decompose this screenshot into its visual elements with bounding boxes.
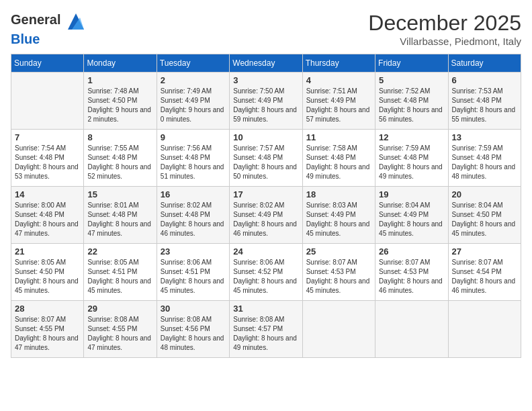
week-row-3: 14Sunrise: 8:00 AMSunset: 4:48 PMDayligh… [11,187,521,244]
day-number: 26 [379,246,444,257]
calendar-cell: 2Sunrise: 7:49 AMSunset: 4:49 PMDaylight… [157,73,229,130]
day-info: Sunrise: 7:58 AMSunset: 4:48 PMDaylight:… [306,144,371,181]
day-number: 13 [452,132,517,142]
calendar-cell: 26Sunrise: 8:07 AMSunset: 4:53 PMDayligh… [375,244,448,301]
calendar-cell: 4Sunrise: 7:51 AMSunset: 4:49 PMDaylight… [302,73,375,130]
calendar-cell: 12Sunrise: 7:59 AMSunset: 4:48 PMDayligh… [375,130,448,187]
day-info: Sunrise: 7:51 AMSunset: 4:49 PMDaylight:… [306,87,371,124]
day-number: 19 [379,189,444,199]
day-info: Sunrise: 7:49 AMSunset: 4:49 PMDaylight:… [161,87,226,124]
calendar-cell: 10Sunrise: 7:57 AMSunset: 4:48 PMDayligh… [230,130,302,187]
day-number: 28 [15,304,80,314]
day-info: Sunrise: 8:02 AMSunset: 4:48 PMDaylight:… [161,201,226,238]
day-number: 5 [379,75,444,85]
calendar-cell: 25Sunrise: 8:07 AMSunset: 4:53 PMDayligh… [302,244,375,301]
calendar-cell: 28Sunrise: 8:07 AMSunset: 4:55 PMDayligh… [11,301,84,358]
day-info: Sunrise: 7:57 AMSunset: 4:48 PMDaylight:… [233,144,298,181]
calendar-cell: 14Sunrise: 8:00 AMSunset: 4:48 PMDayligh… [11,187,84,244]
header: General Blue December 2025 Villarbasse, … [11,11,521,47]
day-number: 14 [15,189,80,199]
day-info: Sunrise: 8:06 AMSunset: 4:51 PMDaylight:… [161,258,226,295]
day-number: 27 [452,246,517,257]
day-info: Sunrise: 8:05 AMSunset: 4:50 PMDaylight:… [15,258,80,295]
day-info: Sunrise: 8:03 AMSunset: 4:49 PMDaylight:… [306,201,371,238]
day-info: Sunrise: 8:01 AMSunset: 4:48 PMDaylight:… [87,201,152,238]
calendar-cell: 5Sunrise: 7:52 AMSunset: 4:48 PMDaylight… [375,73,448,130]
day-info: Sunrise: 8:07 AMSunset: 4:54 PMDaylight:… [452,258,517,295]
day-number: 3 [233,75,298,85]
calendar-cell: 22Sunrise: 8:05 AMSunset: 4:51 PMDayligh… [84,244,157,301]
col-header-sunday: Sunday [11,54,84,73]
title-area: December 2025 Villarbasse, Piedmont, Ita… [368,11,521,47]
day-info: Sunrise: 7:52 AMSunset: 4:48 PMDaylight:… [379,87,444,124]
calendar-cell: 17Sunrise: 8:02 AMSunset: 4:49 PMDayligh… [230,187,302,244]
calendar-cell: 19Sunrise: 8:04 AMSunset: 4:49 PMDayligh… [375,187,448,244]
calendar-cell: 8Sunrise: 7:55 AMSunset: 4:48 PMDaylight… [84,130,157,187]
day-info: Sunrise: 8:07 AMSunset: 4:55 PMDaylight:… [15,315,80,353]
calendar-cell: 18Sunrise: 8:03 AMSunset: 4:49 PMDayligh… [302,187,375,244]
day-info: Sunrise: 8:08 AMSunset: 4:56 PMDaylight:… [161,315,226,353]
day-info: Sunrise: 8:08 AMSunset: 4:55 PMDaylight:… [87,315,152,353]
calendar-cell: 1Sunrise: 7:48 AMSunset: 4:50 PMDaylight… [84,73,157,130]
day-number: 10 [233,132,298,142]
day-number: 1 [87,75,152,85]
day-number: 9 [161,132,226,142]
day-number: 11 [306,132,371,142]
location-title: Villarbasse, Piedmont, Italy [368,36,521,47]
day-info: Sunrise: 7:54 AMSunset: 4:48 PMDaylight:… [15,144,80,181]
day-number: 25 [306,246,371,257]
day-info: Sunrise: 7:59 AMSunset: 4:48 PMDaylight:… [379,144,444,181]
calendar-cell [375,301,448,358]
header-row: SundayMondayTuesdayWednesdayThursdayFrid… [11,54,521,73]
calendar-cell: 6Sunrise: 7:53 AMSunset: 4:48 PMDaylight… [448,73,521,130]
logo-text: General [11,11,87,32]
day-number: 24 [233,246,298,257]
day-number: 30 [161,304,226,314]
day-number: 7 [15,132,80,142]
day-info: Sunrise: 8:07 AMSunset: 4:53 PMDaylight:… [306,258,371,295]
logo-general: General [11,12,60,27]
day-info: Sunrise: 7:56 AMSunset: 4:48 PMDaylight:… [161,144,226,181]
week-row-5: 28Sunrise: 8:07 AMSunset: 4:55 PMDayligh… [11,301,521,358]
week-row-4: 21Sunrise: 8:05 AMSunset: 4:50 PMDayligh… [11,244,521,301]
calendar-cell [11,73,84,130]
col-header-friday: Friday [375,54,448,73]
calendar-cell: 11Sunrise: 7:58 AMSunset: 4:48 PMDayligh… [302,130,375,187]
day-info: Sunrise: 8:05 AMSunset: 4:51 PMDaylight:… [87,258,152,295]
day-info: Sunrise: 8:00 AMSunset: 4:48 PMDaylight:… [15,201,80,238]
day-number: 4 [306,75,371,85]
calendar-cell: 27Sunrise: 8:07 AMSunset: 4:54 PMDayligh… [448,244,521,301]
day-number: 22 [87,246,152,257]
day-info: Sunrise: 7:48 AMSunset: 4:50 PMDaylight:… [87,87,152,124]
logo: General Blue [11,11,87,46]
day-info: Sunrise: 8:02 AMSunset: 4:49 PMDaylight:… [233,201,298,238]
day-number: 18 [306,189,371,199]
day-number: 15 [87,189,152,199]
calendar-cell: 21Sunrise: 8:05 AMSunset: 4:50 PMDayligh… [11,244,84,301]
col-header-saturday: Saturday [448,54,521,73]
logo-blue: Blue [11,32,40,46]
week-row-1: 1Sunrise: 7:48 AMSunset: 4:50 PMDaylight… [11,73,521,130]
day-info: Sunrise: 8:04 AMSunset: 4:50 PMDaylight:… [452,201,517,238]
calendar-cell: 23Sunrise: 8:06 AMSunset: 4:51 PMDayligh… [157,244,229,301]
calendar-cell: 24Sunrise: 8:06 AMSunset: 4:52 PMDayligh… [230,244,302,301]
calendar-cell: 15Sunrise: 8:01 AMSunset: 4:48 PMDayligh… [84,187,157,244]
day-number: 31 [233,304,298,314]
day-info: Sunrise: 7:53 AMSunset: 4:48 PMDaylight:… [452,87,517,124]
day-number: 16 [161,189,226,199]
day-info: Sunrise: 7:55 AMSunset: 4:48 PMDaylight:… [87,144,152,181]
day-info: Sunrise: 7:59 AMSunset: 4:48 PMDaylight:… [452,144,517,181]
calendar-cell: 29Sunrise: 8:08 AMSunset: 4:55 PMDayligh… [84,301,157,358]
col-header-thursday: Thursday [302,54,375,73]
calendar-cell [448,301,521,358]
calendar-cell: 3Sunrise: 7:50 AMSunset: 4:49 PMDaylight… [230,73,302,130]
day-info: Sunrise: 8:08 AMSunset: 4:57 PMDaylight:… [233,315,298,353]
col-header-monday: Monday [84,54,157,73]
day-number: 17 [233,189,298,199]
day-info: Sunrise: 7:50 AMSunset: 4:49 PMDaylight:… [233,87,298,124]
day-number: 20 [452,189,517,199]
calendar-cell: 16Sunrise: 8:02 AMSunset: 4:48 PMDayligh… [157,187,229,244]
calendar-table: SundayMondayTuesdayWednesdayThursdayFrid… [11,54,521,358]
day-info: Sunrise: 8:06 AMSunset: 4:52 PMDaylight:… [233,258,298,295]
calendar-cell: 20Sunrise: 8:04 AMSunset: 4:50 PMDayligh… [448,187,521,244]
